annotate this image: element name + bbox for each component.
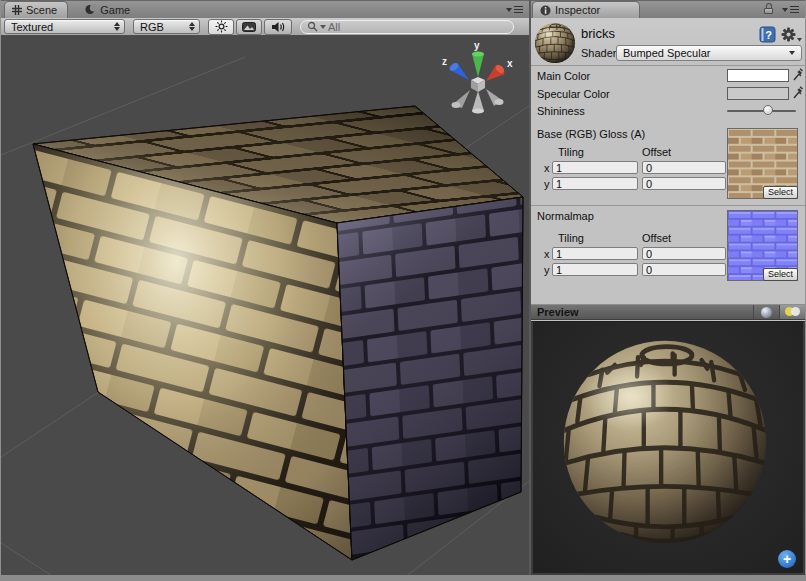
info-icon	[540, 5, 551, 16]
base-y-label: y	[544, 178, 550, 190]
normal-tiling-y-input[interactable]	[552, 263, 638, 276]
specular-color-swatch[interactable]	[727, 87, 789, 100]
normal-map-label: Normalmap	[537, 210, 594, 222]
preview-area[interactable]: +	[531, 321, 805, 575]
scene-lighting-toggle[interactable]	[208, 19, 234, 35]
inspector-tabbar: Inspector	[531, 0, 805, 18]
draw-mode-label: Textured	[11, 21, 108, 33]
popup-arrows-icon	[114, 22, 120, 31]
search-icon	[307, 21, 318, 32]
normal-tiling-x-input[interactable]	[552, 247, 638, 260]
add-button[interactable]: +	[778, 550, 796, 568]
material-name: bricks	[581, 26, 615, 41]
preview-sphere	[559, 336, 771, 548]
draw-mode-dropdown[interactable]: Textured	[4, 19, 125, 34]
gizmo-y-label: y	[474, 40, 480, 51]
shader-label: Shader	[581, 47, 616, 59]
specular-color-label: Specular Color	[537, 88, 610, 100]
main-color-swatch[interactable]	[727, 69, 789, 82]
scene-tabbar: Scene Game	[1, 0, 529, 18]
tab-inspector[interactable]: Inspector	[532, 1, 640, 18]
base-map-label: Base (RGB) Gloss (A)	[537, 128, 645, 140]
sun-icon	[215, 20, 228, 33]
normal-x-label: x	[544, 248, 550, 260]
brick-cube	[33, 106, 523, 560]
base-tiling-x-input[interactable]	[552, 161, 638, 174]
base-offset-x-input[interactable]	[642, 161, 726, 174]
inspector-panel-menu-icon[interactable]	[782, 6, 799, 13]
preview-header: Preview	[531, 304, 805, 320]
base-x-label: x	[544, 162, 550, 174]
search-input[interactable]	[328, 21, 478, 33]
tab-scene[interactable]: Scene	[4, 1, 68, 18]
normal-offset-y-input[interactable]	[642, 263, 726, 276]
scene-search-field[interactable]	[300, 20, 514, 34]
shininess-label: Shininess	[537, 105, 585, 117]
gizmo-cube[interactable]	[471, 77, 485, 92]
preview-title: Preview	[531, 306, 753, 318]
lock-icon[interactable]	[764, 3, 774, 14]
lighting-icon	[785, 307, 801, 317]
base-offset-header: Offset	[642, 146, 671, 158]
orientation-gizmo[interactable]: y x z	[439, 39, 517, 119]
gizmo-x-label: x	[507, 58, 513, 69]
scene-panel: Scene Game Textured RGB	[1, 0, 529, 575]
color-mode-dropdown[interactable]: RGB	[133, 19, 200, 34]
window-frame	[0, 575, 806, 581]
base-tiling-y-input[interactable]	[552, 177, 638, 190]
tab-game-label: Game	[100, 4, 130, 16]
inspector-panel: Inspector bricks Shader Bumped Specular …	[531, 0, 805, 575]
scene-panel-menu-icon[interactable]	[506, 6, 523, 13]
grid-icon	[12, 5, 22, 15]
normal-tiling-header: Tiling	[558, 232, 584, 244]
eyedropper-icon[interactable]	[793, 85, 803, 99]
gizmo-axis-y[interactable]	[472, 52, 484, 78]
gizmo-axis-neg[interactable]	[452, 89, 504, 114]
base-offset-y-input[interactable]	[642, 177, 726, 190]
normal-offset-header: Offset	[642, 232, 671, 244]
scene-viewport[interactable]: y x z	[1, 36, 529, 575]
dropdown-arrow-icon	[789, 51, 795, 55]
image-icon	[242, 22, 256, 32]
game-icon	[85, 4, 96, 15]
gear-menu-icon[interactable]	[781, 27, 803, 43]
tab-scene-label: Scene	[26, 4, 57, 16]
scene-render-mode-button[interactable]	[236, 19, 262, 35]
sphere-icon	[761, 307, 772, 318]
material-preview-thumbnail	[534, 22, 576, 64]
divider	[531, 205, 805, 206]
speaker-icon	[271, 21, 285, 33]
normal-offset-x-input[interactable]	[642, 247, 726, 260]
help-icon[interactable]: ?	[759, 26, 776, 43]
scene-toolbar: Textured RGB	[1, 18, 529, 36]
main-color-label: Main Color	[537, 70, 590, 82]
preview-lighting-button[interactable]	[779, 305, 805, 319]
shininess-slider-knob[interactable]	[763, 105, 773, 115]
shader-dropdown[interactable]: Bumped Specular	[616, 45, 802, 61]
normal-select-button[interactable]: Select	[763, 268, 798, 281]
divider	[531, 65, 805, 66]
search-filter-arrow-icon[interactable]	[320, 25, 326, 29]
preview-mesh-button[interactable]	[753, 305, 779, 319]
gizmo-axis-z[interactable]	[448, 62, 469, 80]
tab-game[interactable]: Game	[78, 1, 140, 18]
gizmo-axis-x[interactable]	[486, 63, 506, 81]
svg-text:?: ?	[765, 29, 772, 41]
normal-y-label: y	[544, 264, 550, 276]
base-select-button[interactable]: Select	[763, 186, 798, 199]
shininess-slider-track[interactable]	[727, 110, 796, 112]
eyedropper-icon[interactable]	[793, 67, 803, 81]
color-mode-label: RGB	[140, 21, 183, 33]
base-tiling-header: Tiling	[558, 146, 584, 158]
shader-value: Bumped Specular	[623, 47, 789, 59]
gizmo-z-label: z	[442, 56, 447, 67]
popup-arrows-icon	[189, 22, 195, 31]
scene-audio-toggle[interactable]	[264, 19, 292, 35]
tab-inspector-label: Inspector	[555, 4, 600, 16]
